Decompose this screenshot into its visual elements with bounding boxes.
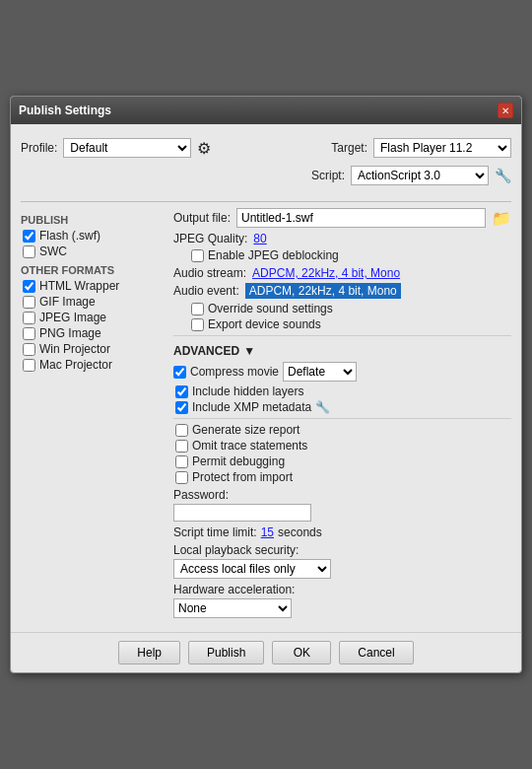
hidden-layers-label: Include hidden layers xyxy=(192,384,303,398)
audio-event-value[interactable]: ADPCM, 22kHz, 4 bit, Mono xyxy=(245,283,401,299)
win-checkbox[interactable] xyxy=(23,343,35,356)
target-select[interactable]: Flash Player 11.2 xyxy=(373,138,511,158)
swc-checkbox[interactable] xyxy=(23,245,35,258)
swc-label: SWC xyxy=(39,245,67,258)
jpeg-row: JPEG Image xyxy=(21,311,164,324)
hidden-layers-checkbox[interactable] xyxy=(175,385,188,398)
gif-label: GIF Image xyxy=(39,295,96,309)
win-label: Win Projector xyxy=(39,342,110,356)
hardware-select[interactable]: None Level 1 - Direct Level 2 - GPU xyxy=(173,598,292,618)
mac-checkbox[interactable] xyxy=(23,359,35,372)
omit-trace-checkbox[interactable] xyxy=(175,440,188,453)
compress-checkbox[interactable] xyxy=(173,366,186,379)
enable-deblocking-checkbox[interactable] xyxy=(191,249,204,262)
local-playback-select[interactable]: Access local files only Access network o… xyxy=(173,559,331,579)
flash-swf-label: Flash (.swf) xyxy=(39,229,100,243)
png-row: PNG Image xyxy=(21,326,164,340)
local-playback-label: Local playback security: xyxy=(173,543,511,557)
script-label: Script: xyxy=(311,169,345,182)
png-label: PNG Image xyxy=(39,326,101,340)
gif-row: GIF Image xyxy=(21,295,164,309)
gif-checkbox[interactable] xyxy=(23,296,35,309)
other-formats-label: OTHER FORMATS xyxy=(21,264,164,276)
publish-button[interactable]: Publish xyxy=(188,641,264,664)
override-sound-label: Override sound settings xyxy=(208,302,333,315)
xmp-label: Include XMP metadata xyxy=(192,400,311,414)
password-label: Password: xyxy=(173,488,511,502)
xmp-checkbox[interactable] xyxy=(175,401,188,414)
script-time-label: Script time limit: xyxy=(173,525,257,539)
header-divider xyxy=(21,201,511,202)
script-time-value[interactable]: 15 xyxy=(261,525,274,539)
jpeg-quality-value[interactable]: 80 xyxy=(253,232,266,245)
hardware-label: Hardware acceleration: xyxy=(173,583,511,596)
compress-select[interactable]: Deflate LZMA xyxy=(283,362,357,382)
local-playback-section: Local playback security: Access local fi… xyxy=(173,543,511,579)
swc-row: SWC xyxy=(21,245,164,258)
flash-swf-checkbox[interactable] xyxy=(23,230,35,243)
target-label: Target: xyxy=(331,141,367,155)
html-checkbox[interactable] xyxy=(23,280,35,293)
output-file-label: Output file: xyxy=(173,211,231,225)
xmp-wrench-icon[interactable]: 🔧 xyxy=(315,400,330,414)
audio-event-label: Audio event: xyxy=(173,284,239,298)
password-input[interactable] xyxy=(173,504,311,522)
flash-swf-row: Flash (.swf) xyxy=(21,229,164,243)
close-button[interactable]: ✕ xyxy=(498,103,513,118)
permit-debug-label: Permit debugging xyxy=(192,454,285,468)
advanced-label: ADVANCED xyxy=(173,344,239,358)
protect-import-label: Protect from import xyxy=(192,470,293,484)
script-time-suffix: seconds xyxy=(278,525,322,539)
hardware-section: Hardware acceleration: None Level 1 - Di… xyxy=(173,583,511,618)
profile-label: Profile: xyxy=(21,141,57,155)
xmp-metadata-row: Include XMP metadata 🔧 xyxy=(173,400,511,414)
export-device-checkbox[interactable] xyxy=(191,318,204,331)
generate-size-label: Generate size report xyxy=(192,423,299,437)
permit-debug-checkbox[interactable] xyxy=(175,455,188,468)
jpeg-checkbox[interactable] xyxy=(23,312,35,324)
protect-import-row: Protect from import xyxy=(173,470,511,484)
html-label: HTML Wrapper xyxy=(39,279,119,293)
script-select[interactable]: ActionScript 3.0 xyxy=(351,166,489,185)
bottom-bar: Help Publish OK Cancel xyxy=(11,632,521,672)
help-button[interactable]: Help xyxy=(118,641,180,664)
compress-label: Compress movie xyxy=(190,365,279,379)
png-checkbox[interactable] xyxy=(23,327,35,340)
generate-size-row: Generate size report xyxy=(173,423,511,437)
jpeg-quality-label: JPEG Quality: xyxy=(173,232,247,245)
title-bar: Publish Settings ✕ xyxy=(11,97,521,124)
script-time-row: Script time limit: 15 seconds xyxy=(173,525,511,539)
hidden-layers-row: Include hidden layers xyxy=(173,384,511,398)
audio-stream-value[interactable]: ADPCM, 22kHz, 4 bit, Mono xyxy=(252,266,400,280)
right-panel: Output file: 📁 JPEG Quality: 80 Enable J… xyxy=(173,208,511,618)
publish-settings-dialog: Publish Settings ✕ Profile: Default ⚙ Ta… xyxy=(10,96,522,673)
advanced-divider xyxy=(173,335,511,336)
jpeg-label: JPEG Image xyxy=(39,311,106,324)
compress-row: Compress movie Deflate LZMA xyxy=(173,362,511,382)
output-file-input[interactable] xyxy=(236,208,486,228)
mac-projector-row: Mac Projector xyxy=(21,358,164,372)
protect-import-checkbox[interactable] xyxy=(175,471,188,484)
left-panel: PUBLISH Flash (.swf) SWC OTHER FORMATS H… xyxy=(21,208,164,618)
mid-divider xyxy=(173,418,511,419)
html-wrapper-row: HTML Wrapper xyxy=(21,279,164,293)
permit-debug-row: Permit debugging xyxy=(173,454,511,468)
cancel-button[interactable]: Cancel xyxy=(339,641,413,664)
generate-size-checkbox[interactable] xyxy=(175,424,188,437)
enable-deblocking-label: Enable JPEG deblocking xyxy=(208,248,339,262)
gear-icon[interactable]: ⚙ xyxy=(197,139,211,158)
folder-icon[interactable]: 📁 xyxy=(492,209,511,228)
profile-select[interactable]: Default xyxy=(63,138,191,158)
override-sound-checkbox[interactable] xyxy=(191,303,204,315)
win-projector-row: Win Projector xyxy=(21,342,164,356)
advanced-arrow-icon: ▼ xyxy=(243,344,255,358)
password-section: Password: xyxy=(173,488,511,522)
ok-button[interactable]: OK xyxy=(272,641,331,664)
omit-trace-row: Omit trace statements xyxy=(173,439,511,453)
audio-stream-label: Audio stream: xyxy=(173,266,246,280)
wrench-icon[interactable]: 🔧 xyxy=(495,168,511,183)
publish-section-label: PUBLISH xyxy=(21,214,164,226)
omit-trace-label: Omit trace statements xyxy=(192,439,307,453)
export-device-label: Export device sounds xyxy=(208,317,321,331)
advanced-header[interactable]: ADVANCED ▼ xyxy=(173,344,511,358)
